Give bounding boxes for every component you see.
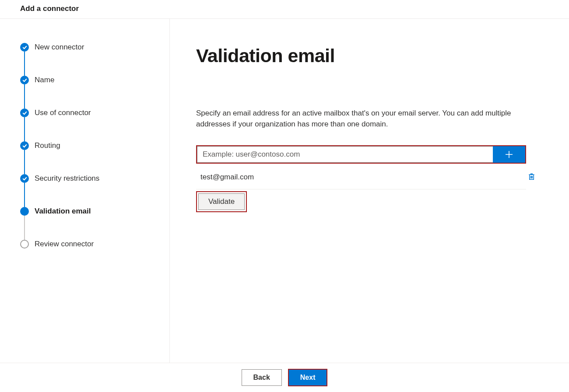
email-input[interactable] xyxy=(197,146,493,163)
next-button[interactable]: Next xyxy=(289,370,327,385)
step-label: Use of connector xyxy=(35,108,91,117)
email-list-item: test@gmail.com xyxy=(196,165,526,189)
email-list: test@gmail.com xyxy=(196,165,526,189)
header-title: Add a connector xyxy=(20,4,549,13)
main-content: Validation email Specify an email addres… xyxy=(170,19,569,363)
back-button[interactable]: Back xyxy=(242,369,282,386)
step-new-connector[interactable]: New connector xyxy=(20,43,161,52)
page-description: Specify an email address for an active m… xyxy=(196,108,529,130)
step-label: New connector xyxy=(35,43,84,52)
validate-highlight: Validate xyxy=(196,191,247,212)
step-label: Name xyxy=(35,76,54,84)
step-label: Security restrictions xyxy=(35,174,99,183)
email-address: test@gmail.com xyxy=(200,173,254,182)
check-icon xyxy=(20,76,29,84)
current-dot-icon xyxy=(20,207,29,216)
step-label: Review connector xyxy=(35,240,94,248)
header: Add a connector xyxy=(0,0,569,19)
check-icon xyxy=(20,141,29,150)
step-label: Routing xyxy=(35,141,60,150)
validate-button[interactable]: Validate xyxy=(198,193,245,210)
upcoming-circle-icon xyxy=(20,240,29,248)
trash-icon xyxy=(527,172,536,181)
delete-email-button[interactable] xyxy=(526,171,537,184)
page-title: Validation email xyxy=(196,45,543,66)
email-input-row xyxy=(196,145,526,164)
step-label: Validation email xyxy=(35,207,91,216)
layout: New connector Name Use of connector xyxy=(0,19,569,363)
check-icon xyxy=(20,43,29,52)
plus-icon xyxy=(505,150,513,159)
step-name[interactable]: Name xyxy=(20,76,161,84)
add-email-button[interactable] xyxy=(493,146,525,163)
step-security-restrictions[interactable]: Security restrictions xyxy=(20,174,161,183)
check-icon xyxy=(20,108,29,117)
step-review-connector[interactable]: Review connector xyxy=(20,240,161,248)
step-routing[interactable]: Routing xyxy=(20,141,161,150)
check-icon xyxy=(20,174,29,183)
step-validation-email[interactable]: Validation email xyxy=(20,207,161,216)
wizard-stepper: New connector Name Use of connector xyxy=(0,19,170,363)
step-use-of-connector[interactable]: Use of connector xyxy=(20,108,161,117)
footer: Back Next xyxy=(0,363,569,392)
next-highlight: Next xyxy=(288,369,328,386)
